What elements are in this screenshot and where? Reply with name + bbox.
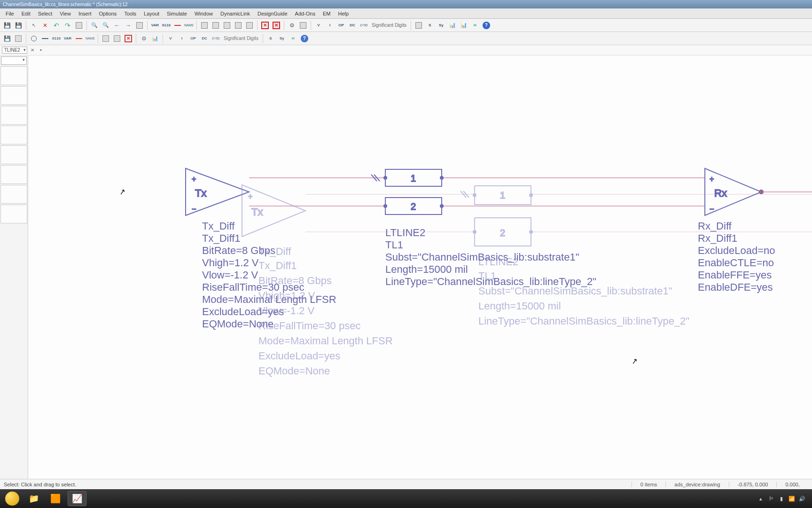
v-button[interactable]: V — [313, 20, 324, 31]
menu-options[interactable]: Options — [95, 10, 120, 17]
bin-button[interactable]: 0110 — [161, 20, 172, 31]
folder-button-2[interactable] — [13, 33, 23, 44]
rx-param-3[interactable]: EnableDFE=yes — [698, 281, 773, 294]
tline-param-1[interactable]: Length=15000 mil — [385, 263, 468, 276]
push-button[interactable] — [233, 20, 243, 31]
menu-edit[interactable]: Edit — [18, 10, 34, 17]
palette-item[interactable] — [0, 205, 27, 223]
menu-file[interactable]: File — [2, 10, 18, 17]
deactivate-button[interactable]: ✕ — [260, 20, 270, 31]
palette-item[interactable] — [0, 86, 27, 105]
hline-button[interactable] — [40, 33, 50, 44]
palette-item[interactable] — [0, 165, 27, 184]
rotate-button[interactable] — [199, 20, 210, 31]
rx-param-2[interactable]: EnableFFE=yes — [698, 269, 772, 281]
menu-layout[interactable]: Layout — [140, 10, 163, 17]
palette-item[interactable] — [0, 106, 27, 125]
tx-param-1[interactable]: Vhigh=1.2 V — [202, 257, 258, 269]
deact2-button[interactable]: ✕ — [123, 33, 133, 44]
menu-select[interactable]: Select — [34, 10, 56, 17]
mirror2-button[interactable] — [112, 33, 122, 44]
menu-addons[interactable]: Add-Ons — [291, 10, 319, 17]
s2-button[interactable]: S — [265, 33, 276, 44]
palette-item[interactable] — [0, 126, 27, 144]
schematic-canvas[interactable]: Tx + − Tx + 1 2 — [28, 56, 812, 479]
palette-item[interactable] — [0, 66, 27, 85]
clear-combo-button[interactable]: ✕ — [29, 48, 36, 53]
app-task-2[interactable]: 📈 — [68, 491, 86, 506]
palette-item[interactable] — [0, 145, 27, 164]
delete-button[interactable] — [40, 20, 50, 31]
var2-button[interactable]: VAR — [62, 33, 73, 44]
rx-inst[interactable]: Rx_Diff1 — [698, 232, 737, 245]
redo-button[interactable] — [62, 20, 73, 31]
h2-button[interactable]: H — [288, 33, 298, 44]
chart1-button[interactable] — [447, 20, 458, 31]
tray-battery-icon[interactable]: ▮ — [778, 495, 785, 502]
zoom-in-button[interactable] — [89, 20, 100, 31]
view-all-button[interactable] — [74, 20, 84, 31]
mirror-h-button[interactable] — [211, 20, 221, 31]
pop-button[interactable] — [244, 20, 255, 31]
pan-button[interactable] — [134, 20, 145, 31]
s-button[interactable]: S — [425, 20, 435, 31]
save-button[interactable] — [2, 20, 12, 31]
menu-window[interactable]: Window — [191, 10, 217, 17]
var-button[interactable]: VAR — [150, 20, 160, 31]
menu-view[interactable]: View — [56, 10, 75, 17]
start-button[interactable] — [3, 491, 22, 506]
name-button[interactable]: NAME — [184, 20, 194, 31]
tray-flag-icon[interactable]: 🏳 — [768, 495, 774, 502]
tray-network-icon[interactable]: 📶 — [789, 495, 795, 502]
tray-up-icon[interactable]: ▴ — [757, 495, 764, 502]
sim2-button[interactable] — [139, 33, 149, 44]
menu-insert[interactable]: Insert — [75, 10, 95, 17]
tx-comp-name[interactable]: Tx_Diff — [202, 220, 234, 232]
nav-back-button[interactable] — [112, 20, 122, 31]
bin2-button[interactable]: 0110 — [51, 33, 62, 44]
menu-tools[interactable]: Tools — [120, 10, 140, 17]
op-button[interactable]: OP — [336, 20, 346, 31]
palette-item[interactable] — [0, 185, 27, 204]
help-button[interactable] — [481, 20, 492, 31]
menu-dynamiclink[interactable]: DynamicLink — [217, 10, 254, 17]
z50-button[interactable]: Z=50 — [359, 20, 369, 31]
wire2-button[interactable] — [74, 33, 84, 44]
rx-param-0[interactable]: ExcludeLoad=no — [698, 245, 775, 257]
dc-button[interactable]: DC — [347, 20, 358, 31]
simulate-button[interactable] — [287, 20, 297, 31]
menu-help[interactable]: Help — [335, 10, 353, 17]
undo-button[interactable] — [51, 20, 62, 31]
save-all-button[interactable] — [13, 20, 23, 31]
v2-button[interactable]: V — [165, 33, 176, 44]
component-combo[interactable]: TLINE2 — [2, 47, 27, 54]
chart2-button[interactable] — [459, 20, 469, 31]
tray-sound-icon[interactable]: 🔊 — [799, 495, 805, 502]
tx-comp-inst[interactable]: Tx_Diff1 — [202, 232, 241, 245]
i-button[interactable]: I — [325, 20, 335, 31]
wire-button[interactable] — [172, 20, 183, 31]
op2-button[interactable]: OP — [188, 33, 198, 44]
z502-button[interactable]: Z=50 — [211, 33, 221, 44]
dropdown-btn[interactable]: ▾ — [38, 48, 44, 52]
mirror-v-button[interactable] — [222, 20, 232, 31]
explorer-task[interactable]: 📁 — [24, 491, 43, 506]
app-task-1[interactable]: 🟧 — [46, 491, 65, 506]
menu-em[interactable]: EM — [319, 10, 335, 17]
tune-button[interactable] — [298, 20, 308, 31]
rx-param-1[interactable]: EnableCTLE=no — [698, 257, 774, 269]
layout-button[interactable] — [414, 20, 424, 31]
cursor-button[interactable]: ↖ — [29, 20, 39, 31]
i2-button[interactable]: I — [177, 33, 187, 44]
help2-button[interactable] — [299, 33, 310, 44]
chart3-button[interactable] — [150, 33, 160, 44]
circle-button[interactable] — [29, 33, 39, 44]
name2-button[interactable]: NAME — [85, 33, 95, 44]
h-button[interactable]: H — [470, 20, 480, 31]
short-button[interactable]: ✕ — [271, 20, 281, 31]
zoom-out-button[interactable] — [101, 20, 111, 31]
dc2-button[interactable]: DC — [199, 33, 210, 44]
tline-inst[interactable]: TL1 — [385, 239, 403, 251]
rx-name[interactable]: Rx_Diff — [698, 220, 732, 232]
palette-category-combo[interactable] — [1, 56, 27, 65]
